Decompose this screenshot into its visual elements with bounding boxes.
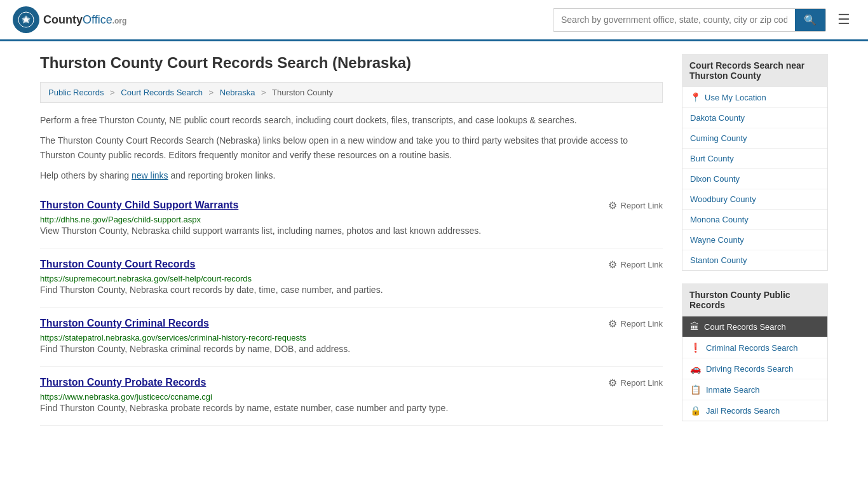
result-desc-3: Find Thurston County, Nebraska probate r… — [40, 402, 663, 415]
result-title-3[interactable]: Thurston County Probate Records — [40, 377, 206, 388]
breadcrumb-current: Thurston County — [272, 88, 333, 97]
cuming-county-link[interactable]: Cuming County — [690, 133, 747, 143]
nearby-title: Court Records Search near Thurston Count… — [682, 54, 828, 87]
site-header: CountyOffice.org 🔍 ☰ — [0, 0, 868, 41]
logo-area: CountyOffice.org — [13, 6, 126, 33]
content-area: Thurston County Court Records Search (Ne… — [40, 54, 663, 434]
result-url-3[interactable]: https://www.nebraska.gov/justicecc/ccnam… — [40, 392, 212, 402]
report-label: Report Link — [621, 260, 663, 269]
main-wrapper: Thurston County Court Records Search (Ne… — [21, 41, 847, 447]
wayne-county-link[interactable]: Wayne County — [690, 235, 744, 245]
record-icon-4: 🔒 — [690, 405, 701, 416]
use-location-item[interactable]: 📍 Use My Location — [682, 87, 827, 108]
records-list-item[interactable]: 📋 Inmate Search — [682, 379, 827, 400]
search-bar: 🔍 — [553, 8, 826, 32]
logo-icon — [13, 6, 39, 33]
description-2: The Thurston County Court Records Search… — [40, 133, 663, 162]
report-icon: ⚙ — [608, 377, 617, 389]
record-icon-1: ❗ — [690, 342, 701, 353]
public-records-title: Thurston County Public Records — [682, 283, 828, 316]
search-input[interactable] — [553, 10, 795, 30]
record-icon-2: 🚗 — [690, 363, 701, 374]
breadcrumb: Public Records > Court Records Search > … — [40, 82, 663, 103]
nearby-section: Court Records Search near Thurston Count… — [682, 54, 828, 271]
records-list-item[interactable]: 🔒 Jail Records Search — [682, 400, 827, 421]
list-item[interactable]: Dakota County — [682, 108, 827, 128]
report-link-3[interactable]: ⚙ Report Link — [608, 377, 663, 389]
breadcrumb-court-records-search[interactable]: Court Records Search — [121, 88, 203, 97]
list-item[interactable]: Cuming County — [682, 128, 827, 149]
public-records-section: Thurston County Public Records 🏛 Court R… — [682, 283, 828, 421]
records-list: 🏛 Court Records Search ❗ Criminal Record… — [682, 316, 828, 421]
result-title-0[interactable]: Thurston County Child Support Warrants — [40, 200, 238, 211]
dakota-county-link[interactable]: Dakota County — [690, 113, 745, 123]
list-item[interactable]: Dixon County — [682, 169, 827, 189]
svg-point-1 — [24, 18, 28, 22]
menu-button[interactable]: ☰ — [832, 9, 855, 30]
result-header: Thurston County Court Records ⚙ Report L… — [40, 259, 663, 271]
header-right: 🔍 ☰ — [553, 8, 855, 32]
nearby-list: 📍 Use My Location Dakota County Cuming C… — [682, 87, 828, 271]
woodbury-county-link[interactable]: Woodbury County — [690, 194, 756, 204]
location-icon: 📍 — [690, 92, 701, 102]
report-link-2[interactable]: ⚙ Report Link — [608, 318, 663, 330]
result-header: Thurston County Criminal Records ⚙ Repor… — [40, 318, 663, 330]
burt-county-link[interactable]: Burt County — [690, 154, 734, 163]
result-desc-2: Find Thurston County, Nebraska criminal … — [40, 342, 663, 356]
description-1: Perform a free Thurston County, NE publi… — [40, 113, 663, 127]
use-location-link[interactable]: Use My Location — [705, 93, 766, 102]
stanton-county-link[interactable]: Stanton County — [690, 255, 747, 265]
records-list-item[interactable]: 🏛 Court Records Search — [682, 316, 827, 337]
results-container: Thurston County Child Support Warrants ⚙… — [40, 189, 663, 426]
record-link-4[interactable]: Jail Records Search — [706, 406, 780, 416]
record-link-3[interactable]: Inmate Search — [706, 385, 760, 395]
records-list-item[interactable]: 🚗 Driving Records Search — [682, 358, 827, 379]
result-desc-1: Find Thurston County, Nebraska court rec… — [40, 283, 663, 297]
list-item[interactable]: Stanton County — [682, 250, 827, 270]
description-3: Help others by sharing new links and rep… — [40, 168, 663, 182]
list-item[interactable]: Burt County — [682, 149, 827, 169]
result-url-0[interactable]: http://dhhs.ne.gov/Pages/child-support.a… — [40, 215, 201, 224]
report-label: Report Link — [621, 201, 663, 210]
result-title-2[interactable]: Thurston County Criminal Records — [40, 318, 209, 329]
result-item: Thurston County Court Records ⚙ Report L… — [40, 248, 663, 308]
report-icon: ⚙ — [608, 259, 617, 271]
list-item[interactable]: Wayne County — [682, 230, 827, 250]
result-header: Thurston County Probate Records ⚙ Report… — [40, 377, 663, 389]
report-label: Report Link — [621, 319, 663, 329]
logo-text: CountyOffice.org — [43, 13, 126, 27]
record-icon-3: 📋 — [690, 384, 701, 395]
report-label: Report Link — [621, 378, 663, 388]
report-link-0[interactable]: ⚙ Report Link — [608, 200, 663, 212]
monona-county-link[interactable]: Monona County — [690, 215, 749, 224]
breadcrumb-nebraska[interactable]: Nebraska — [220, 88, 255, 97]
report-link-1[interactable]: ⚙ Report Link — [608, 259, 663, 271]
sidebar: Court Records Search near Thurston Count… — [682, 54, 828, 434]
result-url-1[interactable]: https://supremecourt.nebraska.gov/self-h… — [40, 274, 252, 283]
result-title-1[interactable]: Thurston County Court Records — [40, 259, 195, 270]
record-icon-0: 🏛 — [690, 322, 699, 332]
list-item[interactable]: Woodbury County — [682, 189, 827, 210]
dixon-county-link[interactable]: Dixon County — [690, 174, 740, 184]
result-desc-0: View Thurston County, Nebraska child sup… — [40, 224, 663, 238]
result-item: Thurston County Probate Records ⚙ Report… — [40, 367, 663, 426]
records-list-item[interactable]: ❗ Criminal Records Search — [682, 337, 827, 358]
result-header: Thurston County Child Support Warrants ⚙… — [40, 200, 663, 212]
report-icon: ⚙ — [608, 200, 617, 212]
result-item: Thurston County Criminal Records ⚙ Repor… — [40, 308, 663, 367]
breadcrumb-public-records[interactable]: Public Records — [48, 88, 104, 97]
list-item[interactable]: Monona County — [682, 210, 827, 230]
page-title: Thurston County Court Records Search (Ne… — [40, 54, 663, 72]
report-icon: ⚙ — [608, 318, 617, 330]
new-links-link[interactable]: new links — [132, 170, 168, 180]
result-item: Thurston County Child Support Warrants ⚙… — [40, 189, 663, 248]
result-url-2[interactable]: https://statepatrol.nebraska.gov/service… — [40, 333, 306, 342]
record-link-1[interactable]: Criminal Records Search — [706, 343, 798, 353]
search-button[interactable]: 🔍 — [795, 9, 825, 31]
record-link-2[interactable]: Driving Records Search — [706, 364, 793, 374]
record-link-0[interactable]: Court Records Search — [704, 322, 786, 332]
